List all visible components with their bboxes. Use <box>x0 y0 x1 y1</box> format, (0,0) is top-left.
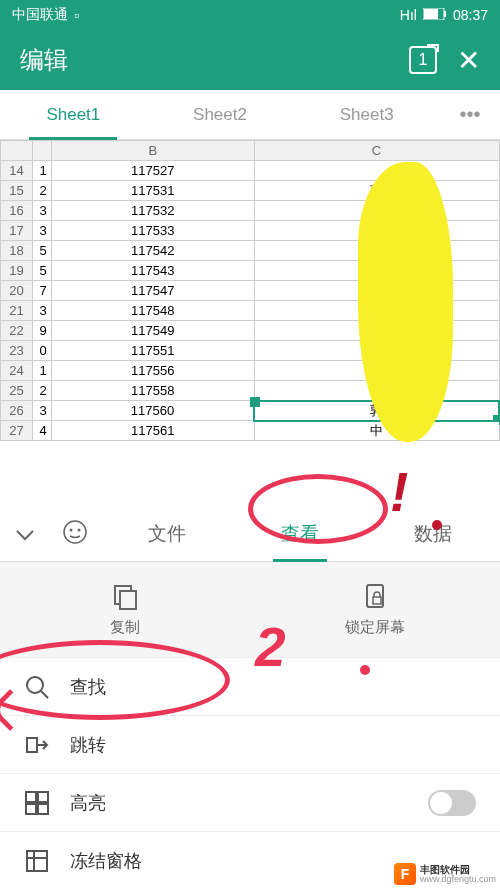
highlight-toggle[interactable]: 高亮 <box>0 773 500 831</box>
svg-rect-15 <box>26 804 36 814</box>
svg-rect-14 <box>38 792 48 802</box>
panel-list: 查找 跳转 高亮 冻结窗格 <box>0 657 500 889</box>
tab-sheet3[interactable]: Sheet3 <box>293 91 440 139</box>
time-label: 08:37 <box>453 7 488 23</box>
sheet-tabs: Sheet1 Sheet2 Sheet3 ••• <box>0 90 500 140</box>
watermark-logo-icon: F <box>394 863 416 885</box>
highlight-icon <box>24 790 50 816</box>
panel-tab-data[interactable]: 数据 <box>367 506 500 562</box>
search-icon <box>24 674 50 700</box>
svg-rect-13 <box>26 792 36 802</box>
svg-line-11 <box>41 691 48 698</box>
tab-sheet1[interactable]: Sheet1 <box>0 91 147 139</box>
svg-rect-9 <box>373 597 381 604</box>
svg-rect-17 <box>27 851 47 871</box>
tab-sheet2[interactable]: Sheet2 <box>147 91 294 139</box>
lock-screen-button[interactable]: 锁定屏幕 <box>250 582 500 637</box>
watermark-url: www.dgfengtu.com <box>420 875 496 885</box>
collapse-icon[interactable] <box>0 523 50 546</box>
svg-rect-16 <box>38 804 48 814</box>
svg-point-4 <box>70 529 73 532</box>
col-header-b[interactable]: B <box>52 141 254 161</box>
signal-icon: Hıl <box>400 7 417 23</box>
battery-icon <box>423 7 447 23</box>
watermark: F 丰图软件园 www.dgfengtu.com <box>394 863 496 885</box>
highlight-switch[interactable] <box>428 790 476 816</box>
tab-more-icon[interactable]: ••• <box>440 103 500 126</box>
svg-rect-7 <box>120 591 136 609</box>
svg-rect-2 <box>444 11 446 17</box>
panel-tab-file[interactable]: 文件 <box>100 506 233 562</box>
freeze-icon <box>24 848 50 874</box>
svg-rect-1 <box>424 9 438 19</box>
assistant-icon[interactable] <box>50 519 100 549</box>
col-header-c[interactable]: C <box>254 141 499 161</box>
panel-top-actions: 复制 锁定屏幕 <box>0 562 500 657</box>
corner-cell[interactable] <box>1 141 33 161</box>
header-title: 编辑 <box>20 44 409 76</box>
jump-icon <box>24 732 50 758</box>
copy-button[interactable]: 复制 <box>0 582 250 637</box>
find-button[interactable]: 查找 <box>0 657 500 715</box>
sim-icon: ▫ <box>74 7 79 23</box>
close-button[interactable]: ✕ <box>457 44 480 77</box>
carrier-label: 中国联通 <box>12 6 68 24</box>
panel-tab-view[interactable]: 查看 <box>233 506 366 562</box>
svg-point-3 <box>64 521 86 543</box>
svg-rect-12 <box>27 738 37 752</box>
bottom-panel: 文件 查看 数据 复制 锁定屏幕 查找 跳转 高亮 冻结窗格 <box>0 507 500 889</box>
lock-icon <box>361 582 389 610</box>
watermark-name: 丰图软件园 <box>420 864 496 875</box>
jump-button[interactable]: 跳转 <box>0 715 500 773</box>
panel-tabs: 文件 查看 数据 <box>0 507 500 562</box>
svg-point-10 <box>27 677 43 693</box>
app-header: 编辑 1 ✕ <box>0 30 500 90</box>
svg-point-5 <box>78 529 81 532</box>
yellow-annotation <box>358 162 453 442</box>
spreadsheet[interactable]: BC 141117527152117531荀163117532173117533… <box>0 140 500 441</box>
tab-count-button[interactable]: 1 <box>409 46 437 74</box>
copy-icon <box>111 582 139 610</box>
status-bar: 中国联通 ▫ Hıl 08:37 <box>0 0 500 30</box>
